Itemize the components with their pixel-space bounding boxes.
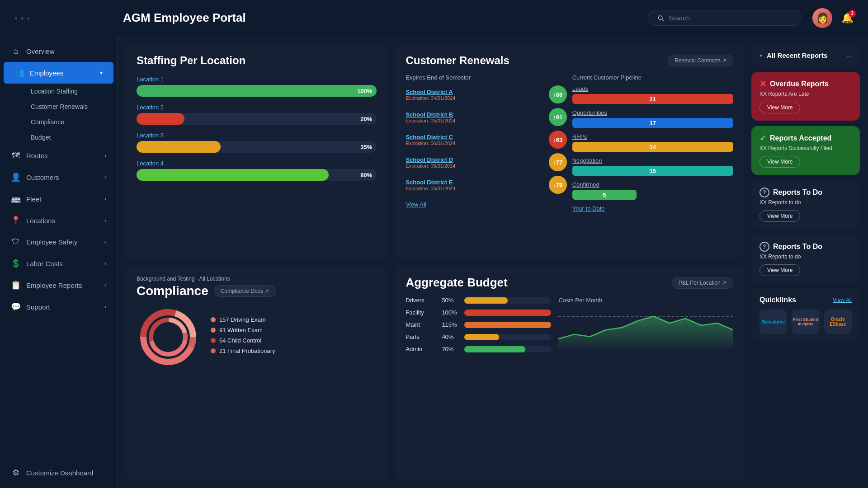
search-icon [657, 14, 664, 22]
location-row-2: Location 2 20% [137, 104, 377, 125]
district-d-name[interactable]: School District D [406, 156, 548, 163]
sidebar-sub-customer-renewals[interactable]: Customer Renewals [24, 99, 117, 114]
admin-pct: 70% [442, 346, 460, 352]
district-e-name[interactable]: School District E [406, 179, 548, 186]
opportunities-bar: 17 [572, 118, 733, 128]
location-row-4: Location 4 80% [137, 160, 377, 181]
year-to-date-link[interactable]: Year to Date [572, 205, 733, 212]
quicklink-oracle[interactable]: Oracle ESbase [824, 310, 852, 334]
notification-bell[interactable]: 🔔 3 [841, 12, 854, 24]
district-a-name[interactable]: School District A [406, 89, 548, 95]
location-1-label[interactable]: Location 1 [137, 76, 377, 83]
budget-row-parts: Parts 40% [406, 333, 551, 340]
budget-row-facility: Facility 100% [406, 309, 551, 316]
negotiation-label[interactable]: Negotiation [572, 157, 733, 164]
location-2-label[interactable]: Location 2 [137, 104, 377, 111]
sidebar-divider [7, 459, 110, 459]
fleet-icon: 🚌 [11, 194, 21, 204]
quicklinks-view-all[interactable]: View All [833, 297, 852, 303]
district-e-badge: ↓ 79 [549, 176, 567, 194]
sidebar-item-routes[interactable]: 🗺 Routes › [0, 145, 117, 166]
location-4-bar-fill [137, 169, 329, 181]
leads-label[interactable]: Leads [572, 85, 733, 92]
district-e-expiry: Expiration: 06/01/2024 [406, 186, 548, 191]
reports-more-icon[interactable]: ··· [846, 52, 852, 59]
legend-item-2: 91 Written Exam [211, 327, 377, 333]
logo: ● ● ● [14, 14, 96, 21]
rfps-label[interactable]: RFPs [572, 133, 733, 140]
sidebar-item-fleet[interactable]: 🚌 Fleet › [0, 188, 117, 210]
pl-per-location-badge[interactable]: P&L Per Location ↗ [672, 277, 733, 289]
budget-row-drivers: Drivers 50% [406, 297, 551, 304]
quicklink-first-student[interactable]: First Student Insights [792, 310, 819, 334]
sidebar-item-locations[interactable]: 📍 Locations › [0, 210, 117, 231]
sidebar-item-customize[interactable]: ⚙ Customize Dashboard [0, 462, 117, 483]
drivers-label: Drivers [406, 297, 437, 304]
district-d-badge: ↑ 77 [549, 153, 567, 171]
quicklinks-card: Quicklinks View All Salesforce First Stu… [751, 289, 860, 341]
legend-dot-1 [211, 317, 216, 322]
svg-line-1 [662, 19, 663, 20]
compliance-docs-badge[interactable]: Compliance Docs ↗ [214, 285, 276, 297]
view-all-link[interactable]: View All [406, 201, 426, 208]
rfps-bar: 14 [572, 142, 733, 152]
avatar[interactable]: 👩 [812, 8, 832, 28]
sidebar-item-employees[interactable]: 👥 Employees ▾ [4, 62, 113, 84]
bottom-row: Background and Testing - All Locations C… [126, 266, 744, 480]
sidebar-item-employee-reports[interactable]: 📋 Employee Reports › [0, 274, 117, 296]
district-row-b: School District B Expiration: 05/01/2024… [406, 108, 566, 126]
renewals-header: Customer Renewals Renewal Contracts ↗ [406, 54, 733, 67]
location-row-1: Location 1 100% [137, 76, 377, 97]
district-row-e: School District E Expiration: 06/01/2024… [406, 176, 566, 194]
costs-title: Costs Per Month [558, 297, 733, 304]
parts-bar-fill [464, 334, 499, 340]
location-4-label[interactable]: Location 4 [137, 160, 377, 167]
sidebar-sub-budget[interactable]: Budget [24, 130, 117, 145]
chevron-right-icon: › [104, 196, 106, 202]
district-b-name[interactable]: School District B [406, 111, 548, 118]
expires-title: Expires End of Semester [406, 74, 566, 81]
overdue-reports-sub: XX Reports Are Late [760, 91, 852, 97]
maint-label: Maint [406, 321, 437, 328]
page-title: AGM Employee Portal [114, 11, 648, 25]
budget-title: Aggregate Budget [406, 276, 666, 290]
sidebar-item-employee-safety[interactable]: 🛡 Employee Safety › [0, 231, 117, 253]
accepted-view-more-button[interactable]: View More [760, 156, 800, 168]
renewals-pipeline: Current Customer Pipeline Leads 21 Oppor… [572, 74, 733, 212]
location-3-label[interactable]: Location 3 [137, 132, 377, 139]
pipeline-negotiation: Negotiation 15 [572, 157, 733, 176]
district-c-name[interactable]: School District C [406, 134, 548, 141]
sidebar-item-overview[interactable]: ⌂ Overview [0, 41, 117, 62]
renewal-contracts-badge[interactable]: Renewal Contracts ↗ [668, 55, 733, 66]
support-icon: 💬 [11, 302, 21, 312]
location-3-bar-bg: 35% [137, 141, 377, 153]
quicklinks-title: Quicklinks [760, 296, 833, 304]
quicklink-salesforce[interactable]: Salesforce [760, 310, 787, 334]
chevron-right-icon: › [104, 304, 106, 310]
district-row-a: School District A Expiration: 04/01/2024… [406, 85, 566, 103]
all-recent-reports-header: ● All Recent Reports ··· [751, 44, 860, 66]
opportunities-label[interactable]: Opportunities [572, 109, 733, 116]
overdue-reports-title: ✕ Overdue Reports [760, 79, 852, 89]
sidebar-item-labor-costs[interactable]: 💲 Labor Costs › [0, 253, 117, 274]
pipeline-confirmed: Confirmed 5 [572, 181, 733, 200]
legend-item-4: 21 Final Probationary [211, 347, 377, 354]
search-bar[interactable] [648, 10, 802, 26]
sidebar-sub-location-staffing[interactable]: Location Staffing [24, 84, 117, 99]
todo-1-view-more-button[interactable]: View More [760, 210, 800, 222]
district-row-c: School District C Expiration: 06/01/2024… [406, 131, 566, 149]
safety-icon: 🛡 [11, 237, 21, 247]
admin-label: Admin [406, 346, 437, 352]
sidebar-item-support[interactable]: 💬 Support › [0, 296, 117, 318]
todo-2-view-more-button[interactable]: View More [760, 264, 800, 276]
confirmed-bar: 5 [572, 190, 637, 200]
overdue-view-more-button[interactable]: View More [760, 102, 800, 113]
reports-icon: 📋 [11, 280, 21, 290]
search-input[interactable] [669, 14, 792, 22]
sidebar-sub-compliance[interactable]: Compliance [24, 114, 117, 130]
compliance-legend: 157 Driving Exam 91 Written Exam 64 Chil… [211, 316, 377, 358]
confirmed-label[interactable]: Confirmed [572, 181, 733, 188]
legend-dot-4 [211, 348, 216, 353]
sidebar-item-customers[interactable]: 👤 Customers › [0, 166, 117, 188]
right-panel: ● All Recent Reports ··· ✕ Overdue Repor… [751, 44, 860, 480]
